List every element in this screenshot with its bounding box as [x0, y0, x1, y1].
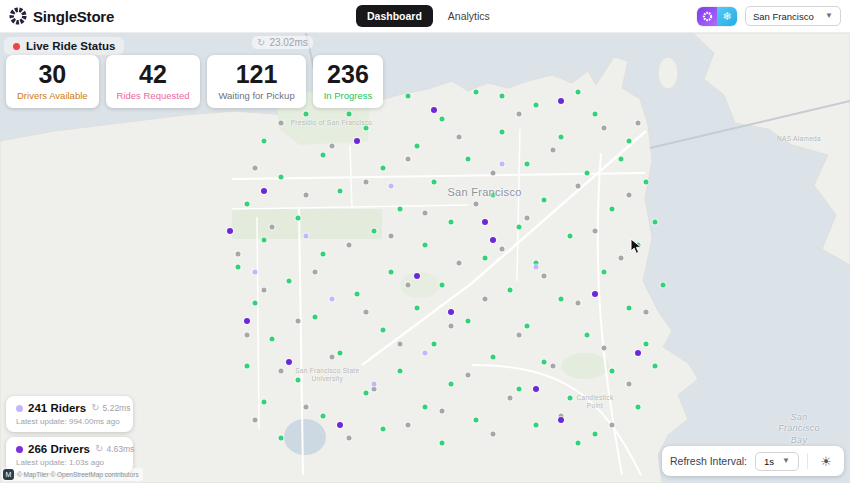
riders-latency: ↻ 5.22ms	[91, 403, 130, 413]
stat-card-drivers-available: 30 Drivers Available	[6, 55, 99, 108]
live-ride-status-label: Live Ride Status	[26, 40, 115, 52]
stat-value: 121	[218, 60, 294, 89]
query-latency-value: 23.02ms	[269, 37, 307, 48]
query-latency-chip: ↻ 23.02ms	[252, 36, 313, 49]
tab-analytics[interactable]: Analytics	[437, 5, 501, 27]
singlestore-logo-icon	[9, 7, 27, 25]
stat-value: 30	[17, 60, 88, 89]
riders-last-update: Latest update: 994.00ms ago	[16, 417, 123, 426]
sun-icon: ☀	[820, 454, 832, 469]
attribution-text: © MapTiler © OpenStreetMap contributors	[17, 471, 139, 478]
snowflake-icon: ❄	[722, 10, 731, 23]
drivers-count: 266 Drivers	[28, 443, 90, 455]
stat-card-waiting-for-pickup: 121 Waiting for Pickup	[207, 55, 305, 108]
refresh-icon: ↻	[95, 444, 103, 454]
riders-dot	[16, 405, 23, 412]
refresh-interval-value: 1s	[764, 456, 774, 467]
stat-label: Drivers Available	[17, 90, 88, 101]
stat-label: In Progress	[324, 90, 373, 101]
stat-value: 42	[117, 60, 190, 89]
tab-dashboard[interactable]: Dashboard	[356, 5, 433, 27]
map-attribution: M © MapTiler © OpenStreetMap contributor…	[2, 468, 143, 481]
header: SingleStore Dashboard Analytics ❄ San Fr…	[0, 0, 850, 33]
drivers-dot	[16, 446, 23, 453]
chevron-down-icon: ▼	[825, 12, 833, 20]
refresh-interval-select[interactable]: 1s ▼	[755, 452, 799, 471]
stat-cards: 30 Drivers Available 42 Rides Requested …	[6, 55, 383, 108]
drivers-latency-value: 4.63ms	[106, 444, 134, 454]
singlestore-toggle-button[interactable]	[697, 7, 717, 26]
live-ride-status: Live Ride Status	[4, 37, 124, 55]
stat-label: Rides Requested	[117, 90, 190, 101]
city-select[interactable]: San Francisco ▼	[745, 6, 841, 26]
refresh-icon: ↻	[91, 403, 99, 413]
singlestore-ring-icon	[702, 11, 713, 22]
stat-card-in-progress: 236 In Progress	[313, 55, 384, 108]
stat-label: Waiting for Pickup	[218, 90, 294, 101]
drivers-last-update: Latest update: 1.03s ago	[16, 458, 123, 467]
nav-tabs: Dashboard Analytics	[356, 5, 501, 27]
header-right: ❄ San Francisco ▼	[697, 6, 841, 26]
provider-toggle: ❄	[697, 7, 737, 26]
live-indicator-dot	[13, 43, 20, 50]
divider	[807, 453, 808, 469]
refresh-interval-label: Refresh Interval:	[670, 455, 747, 467]
refresh-interval-bar: Refresh Interval: 1s ▼ ☀	[662, 446, 844, 476]
refresh-icon: ↻	[257, 38, 265, 48]
brand: SingleStore	[9, 7, 114, 25]
drivers-card-header: 266 Drivers ↻ 4.63ms	[16, 443, 123, 455]
stat-value: 236	[324, 60, 373, 89]
drivers-latency: ↻ 4.63ms	[95, 444, 134, 454]
theme-toggle-button[interactable]: ☀	[816, 451, 836, 471]
riders-latency-value: 5.22ms	[103, 403, 131, 413]
riders-count: 241 Riders	[28, 402, 86, 414]
city-select-value: San Francisco	[753, 11, 814, 22]
snowflake-toggle-button[interactable]: ❄	[717, 7, 737, 26]
stat-card-rides-requested: 42 Rides Requested	[106, 55, 201, 108]
riders-card: 241 Riders ↻ 5.22ms Latest update: 994.0…	[6, 396, 133, 432]
riders-card-header: 241 Riders ↻ 5.22ms	[16, 402, 123, 414]
chevron-down-icon: ▼	[782, 457, 790, 465]
app: SingleStore Dashboard Analytics ❄ San Fr…	[0, 0, 850, 483]
maptiler-logo: M	[3, 469, 14, 480]
brand-text: SingleStore	[33, 8, 114, 25]
